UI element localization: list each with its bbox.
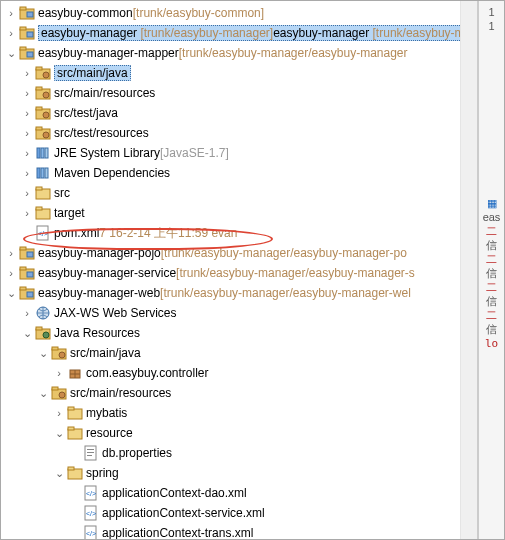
gutter-text: 信 [486, 268, 497, 279]
svg-rect-58 [87, 449, 94, 450]
expander-icon[interactable]: › [19, 127, 35, 139]
expander-icon[interactable]: › [19, 147, 35, 159]
pkg-folder-icon [35, 65, 51, 81]
expander-icon[interactable]: › [3, 27, 19, 39]
gutter-text: 信 [486, 296, 497, 307]
folder-mybatis[interactable]: ›mybatis [3, 403, 477, 423]
tree-item-label: src/test/java [54, 106, 118, 120]
project-easybuy-manager-mapper[interactable]: ⌄easybuy-manager-mapper [trunk/easybuy-m… [3, 43, 477, 63]
folder-resource[interactable]: ⌄resource [3, 423, 477, 443]
tree-item-label: src/main/resources [54, 86, 155, 100]
tree-item-label: easybuy-manager [273, 26, 369, 40]
svg-point-17 [43, 112, 49, 118]
tree-item-label: applicationContext-service.xml [102, 506, 265, 520]
expander-icon[interactable]: ⌄ [51, 467, 67, 480]
project-easybuy-common[interactable]: ›easybuy-common [trunk/easybuy-common] [3, 3, 477, 23]
svg-point-14 [43, 92, 49, 98]
java-resources-icon [35, 325, 51, 341]
folder-icon [35, 205, 51, 221]
expander-icon[interactable]: › [19, 87, 35, 99]
expander-icon[interactable]: › [19, 187, 35, 199]
expander-icon[interactable]: › [19, 307, 35, 319]
srcfolder-test-resources[interactable]: ›src/test/resources [3, 123, 477, 143]
tree-item-label: target [54, 206, 85, 220]
file-appctx-dao[interactable]: </>applicationContext-dao.xml [3, 483, 477, 503]
expander-icon[interactable]: › [19, 107, 35, 119]
gutter-num: 1 [488, 7, 494, 18]
gutter-text: 二 [486, 254, 497, 265]
project-easybuy-manager-pojo[interactable]: ›easybuy-manager-pojo [trunk/easybuy-man… [3, 243, 477, 263]
svg-text:</>: </> [86, 510, 96, 517]
file-db-properties[interactable]: db.properties [3, 443, 477, 463]
pkg-folder-icon [51, 385, 67, 401]
svg-rect-56 [68, 427, 74, 430]
expander-icon[interactable]: ⌄ [51, 427, 67, 440]
expander-icon[interactable]: › [19, 207, 35, 219]
svg-rect-24 [37, 168, 40, 178]
svg-rect-35 [27, 252, 33, 257]
project-easybuy-manager-web[interactable]: ⌄easybuy-manager-web [trunk/easybuy-mana… [3, 283, 477, 303]
expander-icon[interactable]: ⌄ [3, 47, 19, 60]
folder-spring[interactable]: ⌄spring [3, 463, 477, 483]
srcfolder-main-resources[interactable]: ›src/main/resources [3, 83, 477, 103]
tree-item-label: src/main/java [70, 346, 141, 360]
svg-point-45 [43, 332, 49, 338]
expander-icon[interactable]: › [3, 7, 19, 19]
project-icon [19, 25, 35, 41]
svg-rect-19 [36, 127, 42, 130]
tree-item-label: src/test/resources [54, 126, 149, 140]
srcfolder-main-java-web[interactable]: ⌄src/main/java [3, 343, 477, 363]
svg-rect-13 [36, 87, 42, 90]
tree-item-label: resource [86, 426, 133, 440]
tree-item-label: src [54, 186, 70, 200]
folder-target[interactable]: ›target [3, 203, 477, 223]
lib-maven[interactable]: ›Maven Dependencies [3, 163, 477, 183]
expander-icon[interactable]: › [3, 267, 19, 279]
srcfolder-test-java[interactable]: ›src/test/java [3, 103, 477, 123]
srcfolder-main-java[interactable]: ›src/main/java [3, 63, 477, 83]
expander-icon[interactable]: › [19, 167, 35, 179]
expander-icon[interactable]: ⌄ [35, 347, 51, 360]
gutter-text: eas [483, 212, 501, 223]
tree-item-label: pom.xml [54, 226, 99, 240]
editor-gutter-strip: 1 1 ▦ eas 二 信 二 信 二 信 二 信 lo [478, 1, 504, 539]
pkg-folder-icon [35, 105, 51, 121]
java-resources[interactable]: ⌄Java Resources [3, 323, 477, 343]
folder-src[interactable]: ›src [3, 183, 477, 203]
project-icon [19, 45, 35, 61]
svg-rect-5 [27, 32, 33, 37]
project-easybuy-manager[interactable]: ›easybuy-manager [trunk/easybuy-manager]… [3, 23, 477, 43]
svg-rect-7 [20, 47, 26, 50]
package-controller[interactable]: ›com.easybuy.controller [3, 363, 477, 383]
file-appctx-service[interactable]: </>applicationContext-service.xml [3, 503, 477, 523]
project-explorer-tree[interactable]: ›easybuy-common [trunk/easybuy-common]›e… [1, 1, 478, 539]
expander-icon[interactable]: › [51, 407, 67, 419]
expander-icon[interactable]: ⌄ [3, 287, 19, 300]
jax-ws-web-services[interactable]: ›JAX-WS Web Services [3, 303, 477, 323]
tree-item-decoration: [trunk/easybuy-manager/easybuy-manager-p… [161, 246, 407, 260]
svg-point-20 [43, 132, 49, 138]
file-pom-xml[interactable]: </>pom.xml 7 16-2-14 上午11:59 evan [3, 223, 477, 243]
svg-rect-25 [41, 168, 44, 178]
expander-icon[interactable]: › [3, 247, 19, 259]
lib-jre[interactable]: ›JRE System Library [JavaSE-1.7] [3, 143, 477, 163]
svg-rect-21 [37, 148, 40, 158]
svg-rect-40 [20, 287, 26, 290]
folder-icon [35, 185, 51, 201]
tree-item-label: src/main/java [54, 65, 131, 81]
expander-icon[interactable]: ⌄ [19, 327, 35, 340]
svg-rect-37 [20, 267, 26, 270]
expander-icon[interactable]: › [51, 367, 67, 379]
srcfolder-main-resources-web[interactable]: ⌄src/main/resources [3, 383, 477, 403]
file-appctx-trans[interactable]: </>applicationContext-trans.xml [3, 523, 477, 539]
svg-rect-62 [68, 467, 74, 470]
svg-rect-28 [36, 187, 42, 190]
svg-point-11 [43, 72, 49, 78]
project-easybuy-manager-service[interactable]: ›easybuy-manager-service [trunk/easybuy-… [3, 263, 477, 283]
expander-icon[interactable]: › [19, 67, 35, 79]
svg-rect-51 [52, 387, 58, 390]
svg-text:</>: </> [86, 490, 96, 497]
expander-icon[interactable]: ⌄ [35, 387, 51, 400]
svg-rect-30 [36, 207, 42, 210]
selected-node[interactable]: easybuy-manager [trunk/easybuy-manager]e… [38, 25, 478, 41]
